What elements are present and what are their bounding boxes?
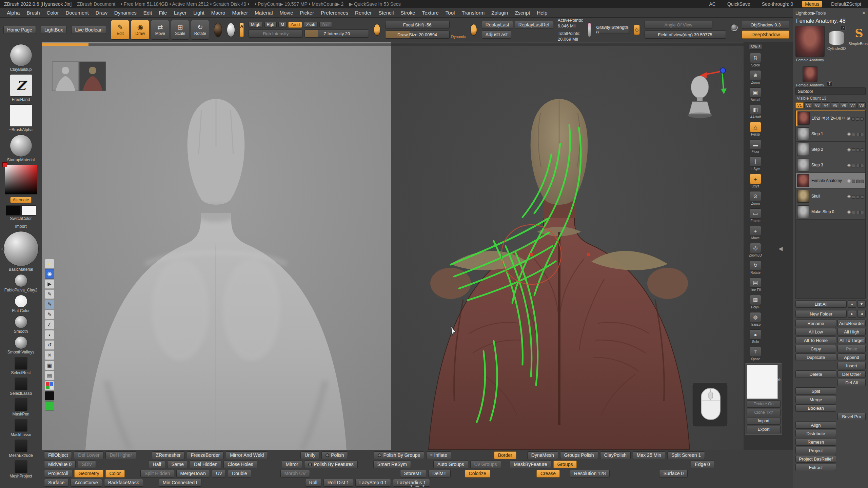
sidebar-item-meshproject[interactable]: MeshProject <box>1 460 41 479</box>
sidebar-item-alternate[interactable]: Alternate <box>1 197 41 203</box>
right-shelf-solo-17[interactable]: ●Solo <box>750 329 761 344</box>
resolution-128-button[interactable]: Resolution 128 <box>570 470 610 477</box>
menu-item-color[interactable]: Color <box>43 9 62 17</box>
menu-item-brush[interactable]: Brush <box>23 9 43 17</box>
same-button[interactable]: Same <box>167 461 188 468</box>
light-icon[interactable]: ◐ <box>45 259 54 268</box>
edge-0-button[interactable]: Edge 0 <box>691 461 714 468</box>
double-button[interactable]: Double <box>228 470 251 477</box>
sidebar-item-switchcolor[interactable]: SwitchColor <box>1 205 41 221</box>
subtool-row-female-anatomy[interactable]: Female Anatomy◉ <box>796 173 865 188</box>
duplicate-button[interactable]: Duplicate <box>795 353 836 361</box>
sculpt-icon[interactable] <box>856 211 860 214</box>
delmt-button[interactable]: DelMT <box>428 470 450 477</box>
subtool-tab-v3[interactable]: V3 <box>813 102 821 108</box>
groups-polish-button[interactable]: Groups Polish <box>560 451 598 459</box>
paint-icon[interactable] <box>852 180 855 183</box>
sidebar-item-fabiopaiva-clay2[interactable]: FabioPaiva_Clay2 <box>1 274 41 292</box>
min-connected-i-button[interactable]: Min Connected I <box>159 479 201 487</box>
subtool-down-icon[interactable]: ▼ <box>857 300 866 308</box>
dynamesh-button[interactable]: DynaMesh <box>527 451 558 459</box>
sidebar-item-selectlasso[interactable]: SelectLasso <box>1 378 41 396</box>
right-shelf-floor-6[interactable]: ▬Floor <box>750 139 761 154</box>
split-hidden-button[interactable]: Split Hidden <box>140 470 174 477</box>
wrench-icon[interactable] <box>860 117 864 121</box>
obj-shadow-slider[interactable]: ObjShadow 0.3 <box>742 21 789 29</box>
right-shelf-polyf-15[interactable]: ▦PolyF <box>750 295 761 309</box>
mrgb-button[interactable]: Mrgb <box>249 22 262 28</box>
new-folder-button[interactable]: New Folder <box>795 310 847 318</box>
project-button[interactable]: Project <box>795 447 836 454</box>
menu-item-preferences[interactable]: Preferences <box>317 9 352 17</box>
menu-item-stroke[interactable]: Stroke <box>397 9 418 17</box>
left-tray-arrow[interactable]: ◁ <box>1 246 5 252</box>
menu-item-marker[interactable]: Marker <box>229 9 251 17</box>
freezeborder-button[interactable]: FreezeBorder <box>187 451 224 459</box>
del-lower-button[interactable]: Del Lower <box>74 451 103 459</box>
canvas-viewport[interactable]: ◐◉▶✎✎✎∠•↺✕▣▤ <box>42 42 744 450</box>
tool-thumb-female-anatomy[interactable]: Female Anatomy <box>795 26 825 66</box>
ruler-icon[interactable]: ∠ <box>45 320 54 329</box>
inflate-button[interactable]: ≡Inflate <box>426 451 451 459</box>
mode-scale-button[interactable]: ⊞Scale <box>171 20 189 40</box>
surface-0-button[interactable]: Surface 0 <box>659 470 688 477</box>
right-shelf-scroll-1[interactable]: ⇅Scroll <box>750 53 761 67</box>
subtool-tab-v2[interactable]: V2 <box>804 102 812 108</box>
current-material-sphere[interactable] <box>214 23 222 37</box>
menu-item-texture[interactable]: Texture <box>419 9 442 17</box>
sidebar-item-maskpen[interactable]: MaskPen <box>1 398 41 416</box>
sidebar-item-claybuildup[interactable]: ClayBuildup <box>1 44 41 72</box>
mirror-and-weld-button[interactable]: Mirror And Weld <box>226 451 268 459</box>
mirror-button[interactable]: Mirror <box>282 461 302 468</box>
right-shelf-zoom3d-12[interactable]: ◎Zoom3D <box>749 243 762 257</box>
right-shelf-zoom-9[interactable]: ⊙Zoom <box>750 191 761 205</box>
import-button[interactable]: Import <box>747 417 781 425</box>
paint-icon[interactable] <box>852 195 855 199</box>
folder-out-icon[interactable]: ◄ <box>857 310 866 318</box>
projectall-button[interactable]: ProjectAll <box>44 470 72 477</box>
max-25-min-button[interactable]: Max 25 Min <box>633 451 665 459</box>
right-shelf-transp-16[interactable]: ◍Transp <box>750 312 761 326</box>
gravity-strength-slider[interactable]: Gravity Strength 0 <box>596 26 629 34</box>
half-button[interactable]: Half <box>149 461 165 468</box>
pencil-icon[interactable]: ✎ <box>45 310 54 319</box>
shadow-spheres-icon[interactable] <box>731 24 737 36</box>
stroke-dial-icon[interactable] <box>374 24 380 36</box>
right-shelf-zoom-2[interactable]: ⊕Zoom <box>750 70 761 84</box>
primary-color-swatch[interactable] <box>6 205 21 216</box>
visibility-eye-icon[interactable]: ◉ <box>847 194 851 199</box>
wrench-icon[interactable] <box>861 133 864 136</box>
storemt-button[interactable]: StoreMT <box>400 470 427 477</box>
pen-icon[interactable]: ✎ <box>45 289 54 299</box>
mode-edit-button[interactable]: ✎Edit <box>111 20 129 40</box>
menu-item-render[interactable]: Render <box>352 9 375 17</box>
replay-last-rel-button[interactable]: ReplayLastRel <box>515 21 553 29</box>
sculpt-icon[interactable] <box>856 148 860 152</box>
fillobject-button[interactable]: FillObject <box>44 451 72 459</box>
roll-button[interactable]: Roll <box>305 479 321 487</box>
subtool-row-10일-여성-2단계-바디-각상-하체[interactable]: 10일 여성 2단계 바디 각상 - 하체◉ <box>796 110 865 126</box>
all-high-button[interactable]: All High <box>837 328 866 336</box>
right-shelf-move-11[interactable]: +Move <box>750 226 761 240</box>
menu-item-draw[interactable]: Draw <box>92 9 111 17</box>
right-shelf-xpose-18[interactable]: ⇑Xpose <box>750 347 761 361</box>
colorize-button[interactable]: Colorize <box>465 470 490 477</box>
rename-button[interactable]: Rename <box>795 320 836 327</box>
menu-item-material[interactable]: Material <box>251 9 276 17</box>
copy-button[interactable]: Copy <box>795 345 836 352</box>
scroll-arrow-0[interactable]: ◄ <box>409 484 413 488</box>
titlebar-menus[interactable]: Menus <box>802 1 822 7</box>
subtool-tab-v4[interactable]: V4 <box>822 102 830 108</box>
eye-icon[interactable]: ◉ <box>45 269 54 279</box>
sculpt-icon[interactable] <box>856 133 860 136</box>
sidebar-item-flat-color[interactable]: Flat Color <box>1 295 41 313</box>
deep-shadow-button[interactable]: DeepShadow <box>742 30 789 39</box>
tool-thumb-cylinder3d[interactable]: 7 Cylinder3D <box>827 26 846 66</box>
midvalue-0-button[interactable]: MidValue 0 <box>44 461 76 468</box>
replay-last-button[interactable]: ReplayLast <box>482 21 513 29</box>
delete-button[interactable]: Delete <box>795 370 836 378</box>
sdiv-button[interactable]: SDiv <box>78 461 96 468</box>
insert-button[interactable]: Insert <box>837 362 866 369</box>
doc-icon[interactable]: ▤ <box>45 371 54 380</box>
lazystep-0-1-button[interactable]: LazyStep 0.1 <box>355 479 391 487</box>
